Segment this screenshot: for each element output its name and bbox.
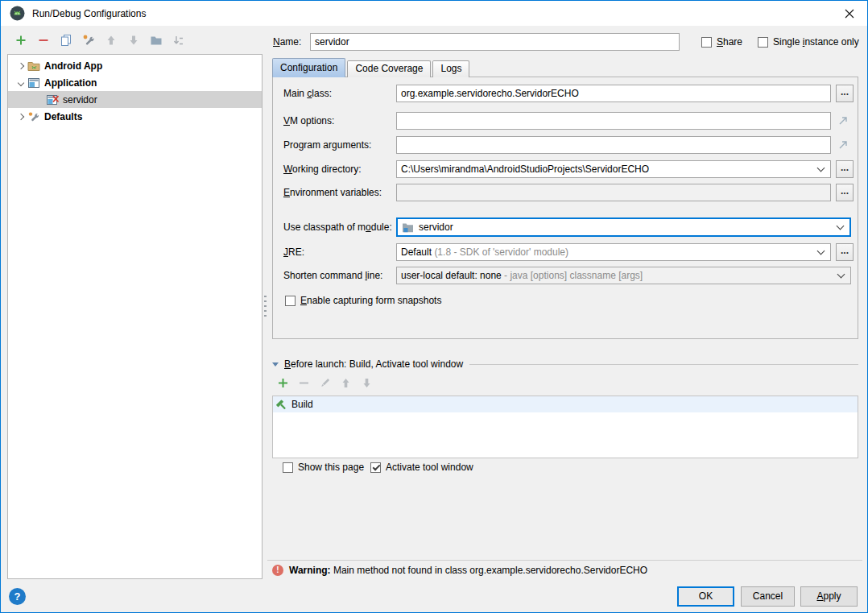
- edit-defaults-icon[interactable]: [82, 34, 95, 47]
- share-checkbox-box[interactable]: [701, 37, 712, 48]
- working-directory-combo[interactable]: C:\Users\mirandma\AndroidStudioProjects\…: [396, 160, 831, 178]
- tree-item-servidor[interactable]: servidor: [8, 91, 262, 108]
- add-configuration-icon[interactable]: [14, 34, 27, 47]
- main-class-label: Main class:: [283, 85, 332, 102]
- working-directory-browse-button[interactable]: ...: [836, 160, 854, 178]
- configurations-toolbar: [14, 34, 185, 47]
- before-launch-toolbar: [277, 377, 373, 389]
- environment-variables-browse-button[interactable]: ...: [836, 184, 854, 201]
- settings-tabs: Configuration Code Coverage Logs: [272, 58, 471, 77]
- create-folder-icon[interactable]: [150, 34, 163, 47]
- warning-text: Warning: Main method not found in class …: [289, 565, 647, 576]
- name-label: Name:: [273, 33, 301, 51]
- show-this-page-checkbox-box[interactable]: [283, 462, 293, 473]
- move-task-up-icon[interactable]: [340, 377, 352, 389]
- single-instance-checkbox[interactable]: Single instance only: [758, 36, 859, 48]
- android-studio-logo-icon: [10, 6, 25, 21]
- single-instance-checkbox-box[interactable]: [758, 37, 768, 48]
- tab-code-coverage[interactable]: Code Coverage: [347, 60, 431, 77]
- apply-button[interactable]: Apply: [800, 586, 858, 607]
- activate-tool-window-checkbox[interactable]: Activate tool window: [370, 462, 473, 473]
- tree-item-label: Application: [44, 77, 97, 89]
- share-checkbox[interactable]: Share: [701, 36, 742, 48]
- jre-value: Default: [401, 246, 432, 258]
- activate-tool-window-checkbox-box[interactable]: [370, 462, 381, 473]
- copy-configuration-icon[interactable]: [60, 34, 72, 47]
- before-launch-title: Before launch: Build, Activate tool wind…: [284, 358, 463, 370]
- environment-variables-label: Environment variables:: [283, 184, 382, 201]
- configuration-tab-panel: Main class: org.example.servidorecho.Ser…: [272, 77, 858, 339]
- tab-configuration[interactable]: Configuration: [272, 58, 345, 77]
- tab-logs[interactable]: Logs: [432, 60, 469, 77]
- expand-field-icon[interactable]: [837, 115, 849, 126]
- chevron-down-icon[interactable]: [817, 164, 825, 172]
- chevron-down-icon[interactable]: [817, 247, 825, 255]
- tree-item-android-app[interactable]: Android App: [8, 57, 262, 74]
- chevron-right-icon[interactable]: [14, 64, 27, 68]
- close-button[interactable]: [831, 1, 867, 26]
- tree-item-application[interactable]: Application: [8, 74, 262, 91]
- warning-detail: Main method not found in class org.examp…: [333, 565, 647, 576]
- sort-configurations-icon[interactable]: [172, 34, 185, 47]
- working-directory-value: C:\Users\mirandma\AndroidStudioProjects\…: [401, 164, 649, 175]
- main-class-field[interactable]: org.example.servidorecho.ServidorECHO: [396, 85, 831, 102]
- configurations-tree: Android App Application servidor Default…: [7, 54, 262, 579]
- shorten-value: user-local default: none: [401, 270, 502, 281]
- single-instance-label: Single instance only: [773, 36, 859, 48]
- add-task-icon[interactable]: [277, 377, 289, 389]
- module-icon: [402, 222, 414, 233]
- remove-task-icon[interactable]: [298, 377, 310, 389]
- move-task-down-icon[interactable]: [361, 377, 373, 389]
- share-label: Share: [717, 36, 742, 48]
- jre-value-hint: (1.8 - SDK of 'servidor' module): [434, 246, 568, 258]
- chevron-down-icon[interactable]: [837, 271, 845, 279]
- application-invalid-icon: [46, 94, 59, 106]
- expand-field-icon[interactable]: [837, 139, 849, 151]
- vm-options-field[interactable]: [396, 112, 831, 130]
- jre-browse-button[interactable]: ...: [836, 243, 854, 261]
- tree-item-defaults[interactable]: Defaults: [8, 108, 262, 125]
- remove-configuration-icon[interactable]: [37, 34, 50, 47]
- capture-snapshots-label: Enable capturing form snapshots: [300, 295, 441, 306]
- name-input[interactable]: [310, 33, 680, 51]
- program-arguments-field[interactable]: [396, 136, 831, 154]
- capture-snapshots-checkbox[interactable]: Enable capturing form snapshots: [285, 295, 441, 306]
- ok-button[interactable]: OK: [677, 586, 734, 607]
- title-bar: Run/Debug Configurations: [1, 1, 867, 26]
- chevron-down-icon[interactable]: [837, 222, 845, 230]
- chevron-right-icon[interactable]: [14, 114, 27, 119]
- window-title: Run/Debug Configurations: [32, 8, 146, 19]
- shorten-command-line-label: Shorten command line:: [283, 267, 382, 284]
- task-list-item[interactable]: Build: [273, 396, 858, 412]
- show-this-page-label: Show this page: [298, 462, 364, 473]
- before-launch-header: Before launch: Build, Activate tool wind…: [272, 358, 858, 370]
- panel-splitter-handle[interactable]: [264, 296, 267, 320]
- move-down-icon[interactable]: [127, 34, 140, 47]
- run-debug-configurations-dialog: Run/Debug Configurations Android App App…: [0, 0, 868, 613]
- use-classpath-label: Use classpath of module:: [283, 218, 392, 236]
- warning-icon: !: [272, 565, 283, 576]
- main-class-browse-button[interactable]: ...: [836, 85, 854, 102]
- cancel-button[interactable]: Cancel: [741, 586, 795, 607]
- task-label: Build: [291, 399, 313, 410]
- android-app-folder-icon: [27, 60, 40, 72]
- activate-tool-window-label: Activate tool window: [386, 462, 473, 473]
- capture-snapshots-checkbox-box[interactable]: [285, 296, 296, 306]
- chevron-down-icon[interactable]: [14, 81, 27, 85]
- working-directory-label: Working directory:: [283, 160, 361, 178]
- move-up-icon[interactable]: [105, 34, 118, 47]
- jre-combo[interactable]: Default (1.8 - SDK of 'servidor' module): [396, 243, 831, 261]
- show-this-page-checkbox[interactable]: Show this page: [283, 462, 364, 473]
- application-icon: [27, 77, 40, 89]
- environment-variables-field[interactable]: [396, 184, 831, 201]
- use-classpath-combo[interactable]: servidor: [396, 217, 851, 237]
- collapse-triangle-icon[interactable]: [272, 362, 279, 367]
- header-rule: [469, 364, 858, 365]
- jre-label: JRE:: [283, 243, 304, 261]
- program-arguments-label: Program arguments:: [283, 136, 371, 154]
- edit-task-icon[interactable]: [319, 377, 331, 389]
- help-button[interactable]: ?: [9, 588, 26, 605]
- footer-separator: [267, 560, 862, 561]
- shorten-command-line-combo[interactable]: user-local default: none - java [options…: [396, 267, 851, 284]
- before-launch-task-list: Build: [272, 396, 858, 458]
